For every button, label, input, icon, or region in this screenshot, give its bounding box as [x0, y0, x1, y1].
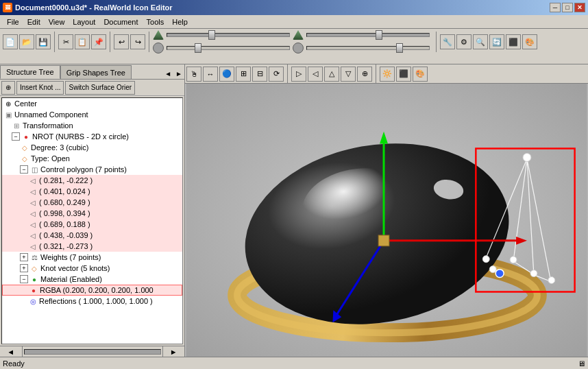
tree-node-pt3[interactable]: ◁ ( 0.680, 0.249 ) [2, 197, 182, 208]
polygon-expand[interactable]: − [20, 165, 28, 174]
menu-tools[interactable]: Tools [143, 16, 169, 27]
svg-point-13 [482, 256, 489, 263]
menu-help[interactable]: Help [168, 16, 192, 27]
tb-extra6[interactable]: 🎨 [522, 34, 537, 49]
svg-point-14 [510, 257, 517, 263]
pt2-icon: ◁ [28, 187, 38, 196]
structure-tree[interactable]: ⊕ Center ▣ Unnamed Component ⊞ Transform… [1, 97, 183, 344]
slider-3[interactable] [167, 46, 290, 50]
vp-btn-7[interactable]: ▷ [291, 67, 306, 82]
vp-btn-6[interactable]: ⟳ [269, 67, 284, 82]
vp-btn-1[interactable]: 🖱 [186, 67, 201, 82]
minimize-button[interactable]: ─ [550, 3, 561, 12]
tree-node-reflections[interactable]: ◎ Reflections ( 1.000, 1.000, 1.000 ) [2, 296, 182, 307]
tree-node-unnamed[interactable]: ▣ Unnamed Component [2, 109, 182, 120]
vp-btn-9[interactable]: △ [324, 67, 339, 82]
pt6-icon: ◁ [28, 230, 38, 240]
material-expand[interactable]: − [20, 275, 28, 283]
vp-btn-8[interactable]: ◁ [308, 67, 323, 82]
scroll-left[interactable]: ◄ [0, 346, 23, 357]
tb-undo[interactable]: ↩ [114, 34, 129, 49]
menu-bar: File Edit View Layout Document Tools Hel… [0, 15, 588, 29]
weights-expand[interactable]: + [20, 253, 28, 261]
add-icon[interactable]: ⊕ [1, 81, 15, 95]
tb-extra3[interactable]: 🔍 [473, 34, 488, 49]
tree-node-control-polygon[interactable]: − ◫ Control polygon (7 points) [2, 164, 182, 175]
vp-btn-4[interactable]: ⊞ [236, 67, 251, 82]
tb-save[interactable]: 💾 [36, 34, 51, 49]
vp-btn-12[interactable]: 🔆 [380, 67, 395, 82]
tb-open[interactable]: 📂 [19, 34, 34, 49]
menu-document[interactable]: Document [99, 16, 142, 27]
menu-view[interactable]: View [45, 16, 69, 27]
knot-icon: ◇ [29, 263, 39, 273]
right-panel: 🖱 ↔ 🔵 ⊞ ⊟ ⟳ ▷ ◁ △ ▽ ⊕ 🔆 ⬛ 🎨 [185, 64, 588, 357]
menu-edit[interactable]: Edit [23, 16, 45, 27]
tb-redo[interactable]: ↪ [130, 34, 145, 49]
tree-node-pt2[interactable]: ◁ ( 0.401, 0.024 ) [2, 186, 182, 197]
tb-extra4[interactable]: 🔄 [489, 34, 504, 49]
tab-right-arrow[interactable]: ► [173, 69, 184, 79]
vp-btn-11[interactable]: ⊕ [357, 67, 372, 82]
viewport-toolbar: 🖱 ↔ 🔵 ⊞ ⊟ ⟳ ▷ ◁ △ ▽ ⊕ 🔆 ⬛ 🎨 [185, 64, 588, 84]
tree-node-weights[interactable]: + ⚖ Weights (7 points) [2, 252, 182, 263]
scroll-right[interactable]: ► [162, 346, 185, 357]
tab-structure-tree[interactable]: Structure Tree [0, 65, 60, 79]
menu-file[interactable]: File [3, 16, 23, 27]
tb-paste[interactable]: 📌 [91, 34, 106, 49]
tab-grip-shapes-tree[interactable]: Grip Shapes Tree [60, 65, 132, 79]
tree-node-pt6[interactable]: ◁ ( 0.438, -0.039 ) [2, 230, 182, 241]
panel-toolbar: ⊕ Insert Knot ... Switch Surface Orier [0, 80, 184, 96]
close-button[interactable]: ✕ [574, 3, 585, 12]
slider-1[interactable] [167, 33, 290, 37]
tb-cut[interactable]: ✂ [58, 34, 73, 49]
switch-surface-button[interactable]: Switch Surface Orier [65, 81, 135, 95]
viewport-scene[interactable] [185, 84, 588, 357]
insert-knot-button[interactable]: Insert Knot ... [16, 81, 64, 95]
svg-point-17 [489, 266, 496, 273]
tree-node-rgba[interactable]: ● RGBA (0.200, 0.200, 0.200, 1.000 [2, 285, 182, 296]
title-bar: 🖼 Document0000.u3d* - RealWorld Icon Edi… [0, 0, 588, 15]
vp-btn-14[interactable]: 🎨 [413, 67, 428, 82]
tree-node-type[interactable]: ◇ Type: Open [2, 153, 182, 164]
tb-extra1[interactable]: 🔧 [440, 34, 455, 49]
weights-icon: ⚖ [29, 252, 39, 262]
tab-left-arrow[interactable]: ◄ [162, 69, 173, 79]
tree-node-pt7[interactable]: ◁ ( 0.321, -0.273 ) [2, 241, 182, 252]
tree-node-degree[interactable]: ◇ Degree: 3 (cubic) [2, 142, 182, 153]
tb-new[interactable]: 📄 [3, 34, 18, 49]
tb-extra5[interactable]: ⬛ [506, 34, 521, 49]
menu-layout[interactable]: Layout [69, 16, 99, 27]
svg-point-16 [548, 277, 555, 284]
tree-node-nrot[interactable]: − ● NROT (NURBS - 2D x circle) [2, 131, 182, 142]
vp-btn-5[interactable]: ⊟ [252, 67, 267, 82]
tree-node-center[interactable]: ⊕ Center [2, 98, 182, 109]
tree-node-pt4[interactable]: ◁ ( 0.998, 0.394 ) [2, 208, 182, 219]
status-text: Ready [3, 359, 25, 368]
tb-copy[interactable]: 📋 [75, 34, 90, 49]
tree-node-pt5[interactable]: ◁ ( 0.689, 0.188 ) [2, 219, 182, 230]
nrot-expand[interactable]: − [12, 132, 20, 141]
polygon-icon: ◫ [29, 165, 39, 174]
tree-node-knot[interactable]: + ◇ Knot vector (5 knots) [2, 263, 182, 274]
panel-tabs: Structure Tree Grip Shapes Tree ◄ ► [0, 64, 184, 80]
degree-icon: ◇ [20, 143, 29, 152]
tree-node-transformation[interactable]: ⊞ Transformation [2, 120, 182, 131]
tree-node-pt1[interactable]: ◁ ( 0.281, -0.222 ) [2, 175, 182, 186]
tb-extra2[interactable]: ⚙ [456, 34, 471, 49]
vp-btn-3[interactable]: 🔵 [219, 67, 234, 82]
transform-icon: ⊞ [12, 121, 21, 130]
vp-btn-10[interactable]: ▽ [341, 67, 356, 82]
vp-btn-2[interactable]: ↔ [203, 67, 218, 82]
vp-btn-13[interactable]: ⬛ [396, 67, 411, 82]
app-icon: 🖼 [3, 3, 12, 12]
tree-node-material[interactable]: − ● Material (Enabled) [2, 274, 182, 285]
slider-2[interactable] [306, 33, 430, 37]
svg-rect-25 [378, 235, 389, 246]
maximize-button[interactable]: □ [562, 3, 573, 12]
knot-expand[interactable]: + [20, 264, 28, 272]
window-title: Document0000.u3d* - RealWorld Icon Edito… [15, 3, 173, 12]
svg-point-12 [523, 153, 531, 161]
3d-scene-svg [185, 84, 588, 357]
slider-4[interactable] [306, 46, 430, 50]
